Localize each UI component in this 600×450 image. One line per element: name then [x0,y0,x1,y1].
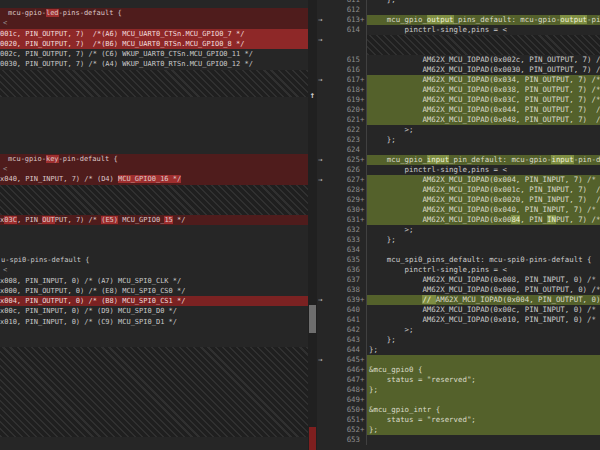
code-line[interactable]: AM62X_MCU_IOPAD(0x0030, PIN_OUTPUT, 7) /… [366,65,600,75]
change-marker-icon[interactable]: → [318,35,330,45]
change-marker-icon[interactable]: → [318,75,330,85]
code-line[interactable]: status = "reserved"; [366,375,600,385]
code-row[interactable]: 651+ status = "reserved"; [317,415,600,425]
code-line[interactable]: x010, PIN_INPUT, 0) /* (C9) MCU_SPI0_D1 … [0,317,308,327]
code-row[interactable]: 621+ AM62X_MCU_IOPAD(0x048, PIN_OUTPUT, … [317,115,600,125]
code-row[interactable]: →613+ mcu_gpio_output_pins_default: mcu-… [317,15,600,25]
code-line[interactable]: AM62X_MCU_IOPAD(0x034, PIN_OUTPUT, 7) /*… [366,75,600,85]
code-row[interactable]: 616 AM62X_MCU_IOPAD(0x0030, PIN_OUTPUT, … [317,65,600,75]
code-line[interactable]: mcu_gpio_output_pins_default: mcu-gpio-o… [366,15,600,25]
code-line[interactable]: < [0,164,308,174]
code-line[interactable]: AM62X_MCU_IOPAD(0x00c, PIN_INPUT, 0) /* … [366,305,600,315]
code-row[interactable]: 622 >; [317,125,600,135]
code-row[interactable]: 615 AM62X_MCU_IOPAD(0x002c, PIN_OUTPUT, … [317,55,600,65]
code-line[interactable]: AM62X_MCU_IOPAD(0x008, PIN_INPUT, 0) /* … [366,275,600,285]
code-line[interactable]: AM62X_MCU_IOPAD(0x03C, PIN_OUTPUT, 7) /*… [366,95,600,105]
change-marker-icon[interactable]: → [318,15,330,25]
code-row[interactable]: →627+ AM62X_MCU_IOPAD(0x004, PIN_INPUT, … [317,175,600,185]
code-line[interactable]: }; [366,385,600,395]
change-marker-icon[interactable]: → [318,295,330,305]
scrollbar-thumb[interactable] [309,305,316,333]
overview-scrollbar[interactable]: ↑ [308,0,317,450]
code-line[interactable]: >; [366,225,600,235]
code-line[interactable]: AM62X_MCU_IOPAD(0x001c, PIN_INPUT, 7) /*… [366,185,600,195]
change-marker-icon[interactable]: → [318,355,330,365]
code-line[interactable]: AM62X_MCU_IOPAD(0x010, PIN_INPUT, 0) /* … [366,315,600,325]
code-line[interactable]: }; [366,425,600,435]
code-row[interactable]: 648+}; [317,385,600,395]
code-line[interactable]: // AM62X_MCU_IOPAD(0x004, PIN_OUTPUT, 0)… [366,295,600,305]
code-row[interactable]: 618+ AM62X_MCU_IOPAD(0x038, PIN_OUTPUT, … [317,85,600,95]
code-row[interactable]: 652+}; [317,425,600,435]
code-line[interactable]: >; [366,325,600,335]
code-row[interactable]: 632 >; [317,225,600,235]
code-line[interactable]: AM62X_MCU_IOPAD(0x038, PIN_OUTPUT, 7) /*… [366,85,600,95]
code-row[interactable]: 623 }; [317,135,600,145]
code-line[interactable]: }; [366,345,600,355]
scroll-up-arrow-icon[interactable]: ↑ [308,90,317,100]
code-line[interactable]: }; [366,335,600,345]
code-line[interactable]: u-spi0-pins-default { [0,255,308,265]
code-row[interactable]: 643 }; [317,335,600,345]
change-marker-icon[interactable]: → [318,175,330,185]
code-row[interactable]: 631+ AM62X_MCU_IOPAD(0x0084, PIN_INPUT, … [317,215,600,225]
code-line[interactable]: AM62X_MCU_IOPAD(0x0020, PIN_INPUT, 7) /*… [366,195,600,205]
code-line[interactable] [366,355,600,365]
code-line[interactable]: AM62X_MCU_IOPAD(0x044, PIN_OUTPUT, 7) /*… [366,105,600,115]
code-row[interactable]: 626 pinctrl-single,pins = < [317,165,600,175]
code-line[interactable]: x008, PIN_INPUT, 0) /* (A7) MCU_SPI0_CLK… [0,276,308,286]
code-line[interactable] [366,5,600,15]
code-line[interactable]: mcu-gpio-key-pin-default { [0,154,308,164]
code-row[interactable]: 647+ status = "reserved"; [317,375,600,385]
code-line[interactable]: &mcu_gpio0 { [366,365,600,375]
code-row[interactable]: 628+ AM62X_MCU_IOPAD(0x001c, PIN_INPUT, … [317,185,600,195]
code-line[interactable]: 002c, PIN_OUTPUT, 7) /* (C6) WKUP_UART0_… [0,49,308,59]
code-row[interactable]: 650+&mcu_gpio_intr { [317,405,600,415]
code-line[interactable]: pinctrl-single,pins = < [366,25,600,35]
code-row[interactable]: 633 }; [317,235,600,245]
change-marker-icon[interactable]: → [318,155,330,165]
code-line[interactable]: x004, PIN_OUTPUT, 0) /* (B8) MCU_SPI0_CS… [0,296,308,306]
code-row[interactable]: 646+&mcu_gpio0 { [317,365,600,375]
original-pane[interactable]: mcu-gpio-led-pins-default {<001c, PIN_OU… [0,0,309,450]
code-line[interactable]: AM62X_MCU_IOPAD(0x048, PIN_OUTPUT, 7) /*… [366,115,600,125]
code-line[interactable] [366,145,600,155]
code-line[interactable]: x000, PIN_OUTPUT, 0) /* (E8) MCU_SPI0_CS… [0,286,308,296]
code-row[interactable]: 612 [317,5,600,15]
code-row[interactable]: 635 mcu_spi0_pins_default: mcu-spi0-pins… [317,255,600,265]
code-line[interactable]: x00c, PIN_INPUT, 0) /* (D9) MCU_SPI0_D0 … [0,306,308,316]
code-line[interactable]: AM62X_MCU_IOPAD(0x040, PIN_INPUT, 7) /* … [366,205,600,215]
code-row[interactable]: →645+ [317,355,600,365]
code-line[interactable]: x03C, PIN_OUTPUT, 7) /* (E5) MCU_GPIO0_1… [0,215,308,225]
code-row[interactable]: 649+ [317,395,600,405]
code-line[interactable] [366,395,600,405]
code-line[interactable]: 001c, PIN_OUTPUT, 7) /*(A6) MCU_UART0_CT… [0,29,308,39]
code-line[interactable]: AM62X_MCU_IOPAD(0x0084, PIN_INPUT, 7) /*… [366,215,600,225]
code-line[interactable]: pinctrl-single,pins = < [366,165,600,175]
code-line[interactable]: mcu-gpio-led-pins-default { [0,8,308,18]
code-line[interactable]: }; [366,135,600,145]
code-row[interactable]: 640 AM62X_MCU_IOPAD(0x00c, PIN_INPUT, 0)… [317,305,600,315]
code-row[interactable]: 644}; [317,345,600,355]
code-row[interactable]: 630+ AM62X_MCU_IOPAD(0x040, PIN_INPUT, 7… [317,205,600,215]
code-row[interactable]: 614 pinctrl-single,pins = < [317,25,600,35]
code-row[interactable]: →617+ AM62X_MCU_IOPAD(0x034, PIN_OUTPUT,… [317,75,600,85]
code-line[interactable]: AM62X_MCU_IOPAD(0x000, PIN_OUTPUT, 0) /*… [366,285,600,295]
code-row[interactable]: 641 AM62X_MCU_IOPAD(0x010, PIN_INPUT, 0)… [317,315,600,325]
code-row[interactable]: 637 AM62X_MCU_IOPAD(0x008, PIN_INPUT, 0)… [317,275,600,285]
code-line[interactable]: &mcu_gpio_intr { [366,405,600,415]
code-row[interactable]: 642 >; [317,325,600,335]
modified-pane[interactable]: 611 };612→613+ mcu_gpio_output_pins_defa… [317,0,600,445]
code-row[interactable]: 624 [317,145,600,155]
code-row[interactable]: →639+ // AM62X_MCU_IOPAD(0x004, PIN_OUTP… [317,295,600,305]
code-line[interactable]: AM62X_MCU_IOPAD(0x002c, PIN_OUTPUT, 7) /… [366,55,600,65]
code-row[interactable]: 653 [317,435,600,445]
code-line[interactable]: < [0,265,308,275]
code-line[interactable]: >; [366,125,600,135]
code-line[interactable]: pinctrl-single,pins = < [366,265,600,275]
code-line[interactable]: 0030, PIN_OUTPUT, 7) /* (A4) WKUP_UART0_… [0,59,308,69]
code-row[interactable]: 619+ AM62X_MCU_IOPAD(0x03C, PIN_OUTPUT, … [317,95,600,105]
code-row[interactable]: 629+ AM62X_MCU_IOPAD(0x0020, PIN_INPUT, … [317,195,600,205]
code-line[interactable] [366,245,600,255]
code-line[interactable]: mcu_gpio_input_pin_default: mcu-gpio-inp… [366,155,600,165]
